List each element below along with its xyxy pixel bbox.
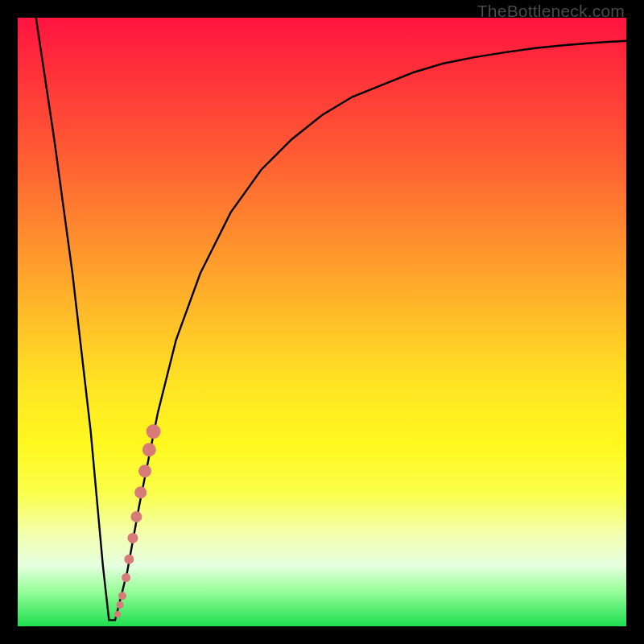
chart-svg (18, 18, 626, 626)
highlight-dot (122, 573, 130, 582)
chart-frame: TheBottleneck.com (0, 0, 644, 644)
highlight-dot (138, 464, 151, 477)
highlight-dot (124, 555, 134, 564)
highlight-dots (114, 424, 161, 617)
bottleneck-curve (36, 18, 626, 620)
highlight-dot (118, 592, 126, 600)
highlight-dot (147, 424, 161, 439)
highlight-dot (130, 511, 142, 522)
highlight-dot (127, 533, 138, 543)
highlight-dot (142, 443, 156, 456)
highlight-dot (134, 486, 147, 498)
highlight-dot (114, 611, 121, 617)
highlight-dot (117, 601, 124, 609)
